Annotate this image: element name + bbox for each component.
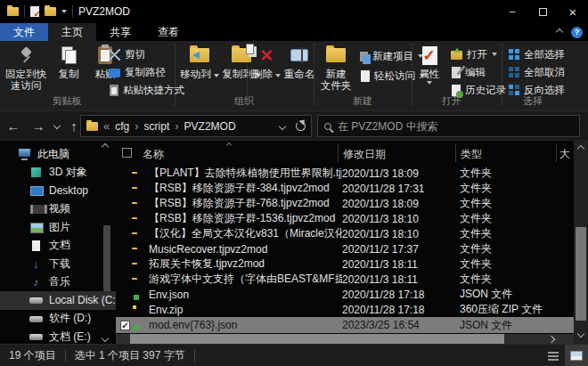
desktop-icon bbox=[29, 184, 43, 197]
tab-file[interactable]: 文件 bbox=[0, 23, 48, 41]
file-row[interactable]: 游戏字体中文支持（字体由BEAST&MF提供...2020/11/3 18:11… bbox=[116, 272, 574, 287]
sidebar-item-this-pc[interactable]: 此电脑 bbox=[0, 145, 116, 164]
file-row[interactable]: 【RSB】移除资源子群-1536.tjpvz2mod2020/11/3 18:1… bbox=[116, 211, 574, 226]
column-header-size[interactable]: 大 bbox=[559, 147, 570, 162]
breadcrumb-pvz2mod[interactable]: PVZ2MOD bbox=[184, 120, 236, 133]
search-icon bbox=[324, 123, 331, 130]
file-row[interactable]: 【PLANT】去除特殊植物使用世界限制.tjpv...2020/11/3 18:… bbox=[116, 166, 574, 181]
minimize-button[interactable]: – bbox=[497, 0, 527, 23]
search-box bbox=[317, 115, 580, 137]
file-date: 2020/11/3 18:11 bbox=[342, 273, 460, 286]
scroll-up-arrow[interactable] bbox=[577, 145, 584, 152]
tab-view[interactable]: 查看 bbox=[144, 23, 192, 41]
sidebar-item-software-d[interactable]: 软件 (D:) bbox=[0, 310, 116, 329]
horizontal-scroll-thumb[interactable] bbox=[130, 334, 504, 344]
edit-button[interactable]: 编辑 bbox=[451, 64, 486, 80]
sidebar-item-documents[interactable]: 文档 bbox=[0, 237, 116, 256]
qat-properties-button[interactable]: ✓ bbox=[30, 6, 39, 17]
close-button[interactable]: × bbox=[558, 0, 588, 23]
file-row[interactable]: Env.json2020/11/28 17:18JSON 文件 bbox=[116, 287, 574, 302]
tab-share[interactable]: 共享 bbox=[96, 23, 144, 41]
select-all-button[interactable]: 全部选择 bbox=[509, 46, 565, 62]
copy-path-button[interactable]: 复制路径 bbox=[109, 64, 166, 80]
file-type: 文件夹 bbox=[460, 211, 574, 226]
address-dropdown[interactable] bbox=[279, 122, 286, 129]
file-type: JSON 文件 bbox=[460, 287, 574, 302]
file-list-horizontal-scrollbar[interactable] bbox=[116, 334, 574, 344]
file-name: Env.zip bbox=[149, 304, 342, 316]
row-checkbox-checked[interactable]: ✓ bbox=[120, 321, 130, 330]
sidebar-item-desktop[interactable]: Desktop bbox=[0, 182, 116, 200]
clipboard-group-label: 剪贴板 bbox=[0, 94, 134, 108]
maximize-button[interactable] bbox=[527, 0, 558, 23]
properties-button[interactable]: ✓ 属性 bbox=[413, 44, 445, 97]
select-all-checkbox[interactable] bbox=[122, 148, 132, 158]
address-box[interactable]: « cfg › script › PVZ2MOD bbox=[80, 115, 312, 137]
select-none-button[interactable]: 全部取消 bbox=[509, 64, 565, 80]
window-title: PVZ2MOD bbox=[78, 5, 130, 18]
new-folder-icon bbox=[326, 48, 346, 62]
sidebar-item-label: 此电脑 bbox=[37, 147, 69, 162]
sidebar-item-local-disk-c[interactable]: Local Disk (C:) bbox=[0, 291, 116, 310]
sidebar-item-3d-objects[interactable]: 3D 对象 bbox=[0, 164, 116, 183]
forward-button[interactable]: → bbox=[27, 118, 50, 134]
search-input[interactable] bbox=[338, 120, 573, 133]
breadcrumb-overflow[interactable]: « bbox=[103, 119, 110, 133]
sidebar-item-videos[interactable]: 视频 bbox=[0, 200, 116, 219]
column-header-name[interactable]: 名称 bbox=[143, 147, 164, 162]
disk-icon bbox=[29, 330, 43, 343]
rename-icon bbox=[290, 49, 308, 61]
file-name: 【RSB】移除资源子群-1536.tjpvz2mod bbox=[149, 211, 342, 226]
vertical-scroll-thumb[interactable] bbox=[576, 227, 586, 321]
file-row[interactable]: ✓mod.env{763}.json2023/3/25 16:54JSON 文件 bbox=[116, 317, 574, 333]
file-row[interactable]: 拓展关卡恢复.tjpvz2mod2020/11/3 18:11文件夹 bbox=[116, 256, 574, 272]
new-folder-button[interactable]: 新建 文件夹 bbox=[317, 44, 355, 97]
column-header-type[interactable]: 类型 bbox=[461, 147, 482, 162]
sidebar-item-label: 下载 bbox=[49, 256, 70, 272]
column-header-date[interactable]: 修改日期 bbox=[343, 147, 386, 162]
qat-customize-dropdown[interactable] bbox=[61, 10, 67, 13]
large-icons-view-button[interactable] bbox=[565, 345, 588, 366]
tab-home[interactable]: 主页 bbox=[48, 23, 96, 41]
sidebar-item-label: 文档 bbox=[49, 238, 70, 253]
file-row[interactable]: Env.zip2020/11/28 17:18360压缩 ZIP 文件 bbox=[116, 302, 574, 317]
delete-button[interactable]: × 删除 bbox=[250, 44, 282, 97]
organize-group-label: 组织 bbox=[175, 94, 314, 108]
item-count: 19 个项目 bbox=[9, 348, 56, 363]
sidebar-item-pictures[interactable]: 图片 bbox=[0, 218, 116, 237]
file-list-vertical-scrollbar[interactable] bbox=[574, 141, 588, 344]
back-button[interactable]: ← bbox=[0, 118, 27, 134]
file-name: Env.json bbox=[149, 289, 342, 301]
sidebar-item-label: Desktop bbox=[49, 184, 88, 197]
details-view-button[interactable] bbox=[542, 345, 565, 366]
scroll-down-arrow[interactable] bbox=[577, 330, 584, 338]
3d-icon bbox=[29, 167, 43, 179]
open-group-label: 打开 bbox=[412, 94, 492, 108]
help-button[interactable]: ? bbox=[571, 27, 583, 38]
sidebar-item-music[interactable]: ♪音乐 bbox=[0, 273, 116, 292]
pin-to-quick-access-button[interactable]: 固定到快速访问 bbox=[2, 44, 50, 97]
recent-locations-dropdown[interactable] bbox=[50, 123, 64, 128]
breadcrumb-script[interactable]: script bbox=[144, 120, 170, 133]
move-to-button[interactable]: 移动到 bbox=[180, 44, 219, 97]
open-button[interactable]: 打开 bbox=[451, 46, 497, 62]
sidebar-item-downloads[interactable]: ↓下载 bbox=[0, 255, 116, 273]
breadcrumb-cfg[interactable]: cfg bbox=[115, 120, 129, 133]
file-row[interactable]: 【RSB】移除资源子群-768.tjpvz2mod2020/11/3 18:09… bbox=[116, 196, 574, 211]
scroll-left-arrow[interactable] bbox=[119, 336, 127, 343]
file-row[interactable]: 【RSB】移除资源子群-384.tjpvz2mod2020/11/28 17:3… bbox=[116, 181, 574, 196]
qat-new-folder-button[interactable] bbox=[45, 7, 56, 16]
cut-button[interactable]: 剪切 bbox=[109, 46, 145, 62]
file-row[interactable]: MusicRecover.tjpvz2mod2020/11/2 17:37文件夹 bbox=[116, 241, 574, 256]
row-checkbox-slot: ✓ bbox=[116, 319, 132, 331]
file-type: 文件夹 bbox=[460, 181, 574, 196]
file-row[interactable]: 【汉化】全局文本汉化v831（Miracle汉化...2020/11/3 18:… bbox=[116, 226, 574, 241]
file-date: 2020/11/3 18:11 bbox=[342, 258, 460, 271]
scroll-right-arrow[interactable] bbox=[548, 336, 555, 343]
refresh-icon[interactable] bbox=[296, 121, 306, 131]
status-bar: 19 个项目 选中 1 个项目 397 字节 bbox=[0, 344, 588, 366]
collapse-ribbon-button[interactable] bbox=[556, 28, 563, 36]
file-type: 文件夹 bbox=[460, 166, 574, 181]
sidebar-item-documents-e[interactable]: 文档 (E:) bbox=[0, 328, 116, 344]
copy-button[interactable]: 复制 bbox=[52, 44, 86, 97]
